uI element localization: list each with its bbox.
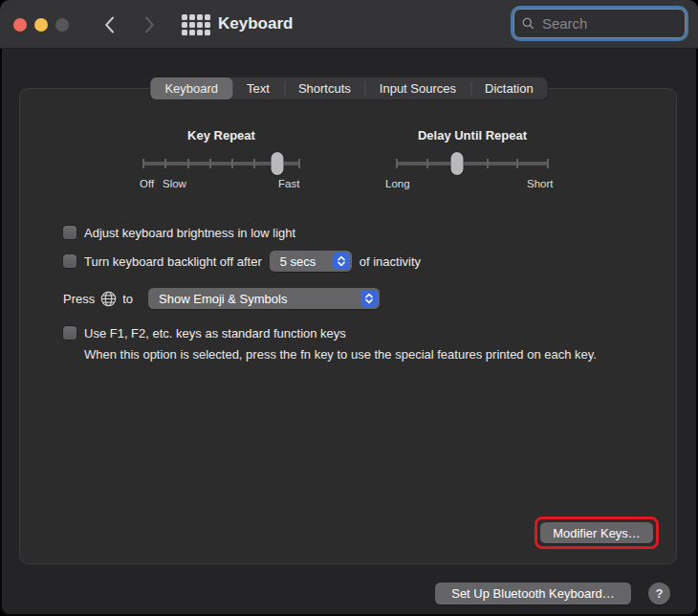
search-input[interactable] <box>540 14 677 33</box>
slider-tick <box>487 159 489 168</box>
backlight-off-row: Turn keyboard backlight off after 5 secs… <box>63 250 421 273</box>
popup-stepper-icon <box>333 253 350 270</box>
press-globe-row: Press to Show Emoji & Symbols <box>63 287 380 310</box>
slider-tick <box>547 159 549 168</box>
delay-short-label: Short <box>527 178 554 189</box>
window-title: Keyboard <box>218 0 293 48</box>
key-repeat-off-label: Off <box>140 178 154 189</box>
delay-long-label: Long <box>385 178 410 189</box>
system-preferences-keyboard-window: Keyboard KeyboardTextShortcutsInput Sour… <box>0 0 698 616</box>
backlight-duration-value: 5 secs <box>280 254 316 269</box>
slider-tick <box>209 159 211 168</box>
fn-keys-description: When this option is selected, press the … <box>84 346 658 363</box>
show-all-preferences-icon[interactable] <box>182 14 210 35</box>
backlight-off-checkbox[interactable] <box>63 254 76 268</box>
close-window-button[interactable] <box>13 18 27 32</box>
highlight-annotation: Modifier Keys… <box>534 517 659 549</box>
slider-tick <box>396 159 398 168</box>
toolbar: Keyboard <box>0 0 698 49</box>
press-label: Press <box>63 292 95 306</box>
backlight-duration-popup[interactable]: 5 secs <box>270 251 352 272</box>
back-button[interactable] <box>99 14 119 35</box>
tab-input-sources[interactable]: Input Sources <box>365 77 470 99</box>
adjust-brightness-label: Adjust keyboard brightness in low light <box>84 226 295 240</box>
key-repeat-fast-label: Fast <box>278 178 299 189</box>
help-button[interactable]: ? <box>648 583 670 605</box>
to-label: to <box>122 292 133 306</box>
setup-bluetooth-keyboard-button[interactable]: Set Up Bluetooth Keyboard… <box>435 583 631 605</box>
popup-stepper-icon <box>360 290 378 307</box>
chevron-right-icon <box>144 16 155 33</box>
slider-tick <box>164 159 166 168</box>
slider-tick <box>298 159 300 168</box>
search-icon <box>522 16 534 31</box>
tab-keyboard[interactable]: Keyboard <box>150 77 232 99</box>
tab-bar[interactable]: KeyboardTextShortcutsInput SourcesDictat… <box>150 77 547 99</box>
backlight-off-suffix-label: of inactivity <box>360 254 421 269</box>
slider-tick <box>142 159 144 168</box>
tab-text[interactable]: Text <box>232 77 284 99</box>
minimize-window-button[interactable] <box>34 18 48 32</box>
key-repeat-slider-thumb[interactable] <box>271 152 283 175</box>
slider-tick <box>253 159 255 168</box>
adjust-brightness-checkbox[interactable] <box>63 226 76 239</box>
delay-until-repeat-title: Delay Until Repeat <box>397 128 548 143</box>
key-repeat-slow-label: Slow <box>163 178 186 189</box>
modifier-keys-button[interactable]: Modifier Keys… <box>540 522 653 543</box>
backlight-off-label: Turn keyboard backlight off after <box>84 254 262 269</box>
fn-keys-label: Use F1, F2, etc. keys as standard functi… <box>84 326 346 341</box>
search-field[interactable] <box>513 9 686 38</box>
fn-keys-checkbox[interactable] <box>63 326 76 340</box>
forward-button[interactable] <box>140 14 159 35</box>
chevron-left-icon <box>104 16 115 33</box>
globe-icon <box>100 291 117 307</box>
tab-dictation[interactable]: Dictation <box>470 77 548 99</box>
slider-track <box>397 162 548 165</box>
delay-slider-thumb[interactable] <box>451 152 464 175</box>
zoom-window-button[interactable] <box>55 18 69 32</box>
tab-shortcuts[interactable]: Shortcuts <box>284 77 365 99</box>
globe-action-popup[interactable]: Show Emoji & Symbols <box>148 288 380 309</box>
slider-tick <box>231 159 233 168</box>
key-repeat-title: Key Repeat <box>143 128 299 143</box>
delay-until-repeat-slider[interactable] <box>397 152 548 175</box>
slider-tick <box>187 159 189 168</box>
key-repeat-slider[interactable] <box>143 152 299 175</box>
fn-keys-row: Use F1, F2, etc. keys as standard functi… <box>63 321 346 344</box>
slider-tick <box>426 159 428 168</box>
slider-tick <box>516 159 518 168</box>
adjust-brightness-row: Adjust keyboard brightness in low light <box>63 221 295 244</box>
globe-action-value: Show Emoji & Symbols <box>159 292 287 306</box>
